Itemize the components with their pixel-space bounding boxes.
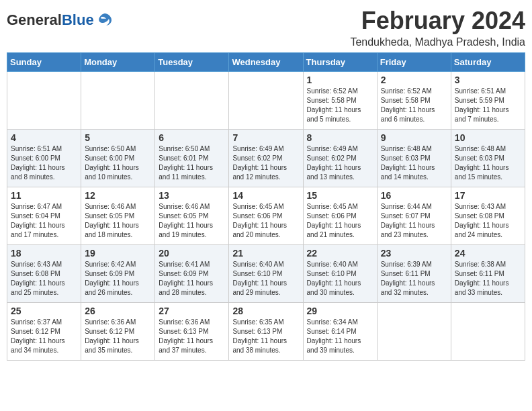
logo-general-text: General [7, 11, 62, 28]
day-number: 21 [232, 248, 299, 259]
day-number: 7 [232, 132, 299, 143]
calendar-cell [155, 72, 229, 130]
day-number: 8 [307, 132, 373, 143]
calendar-cell: 2Sunrise: 6:52 AM Sunset: 5:58 PM Daylig… [377, 72, 451, 130]
calendar-cell [451, 303, 525, 361]
day-info: Sunrise: 6:44 AM Sunset: 6:07 PM Dayligh… [381, 202, 447, 240]
day-info: Sunrise: 6:52 AM Sunset: 5:58 PM Dayligh… [381, 87, 447, 124]
logo-bird-icon [95, 11, 114, 30]
calendar-cell: 28Sunrise: 6:35 AM Sunset: 6:13 PM Dayli… [229, 303, 303, 361]
calendar-cell: 24Sunrise: 6:38 AM Sunset: 6:11 PM Dayli… [451, 245, 525, 303]
calendar-cell: 21Sunrise: 6:40 AM Sunset: 6:10 PM Dayli… [229, 245, 303, 303]
calendar-cell: 14Sunrise: 6:45 AM Sunset: 6:06 PM Dayli… [229, 187, 303, 245]
weekday-header: Tuesday [155, 53, 229, 72]
day-info: Sunrise: 6:52 AM Sunset: 5:58 PM Dayligh… [307, 87, 373, 124]
day-info: Sunrise: 6:45 AM Sunset: 6:06 PM Dayligh… [232, 202, 299, 240]
day-number: 4 [11, 132, 77, 143]
weekday-header: Saturday [451, 53, 525, 72]
day-info: Sunrise: 6:39 AM Sunset: 6:11 PM Dayligh… [381, 260, 447, 298]
day-info: Sunrise: 6:51 AM Sunset: 6:00 PM Dayligh… [11, 144, 77, 182]
day-info: Sunrise: 6:45 AM Sunset: 6:06 PM Dayligh… [307, 202, 373, 240]
calendar-cell: 29Sunrise: 6:34 AM Sunset: 6:14 PM Dayli… [303, 303, 377, 361]
calendar-cell: 23Sunrise: 6:39 AM Sunset: 6:11 PM Dayli… [377, 245, 451, 303]
day-number: 9 [381, 132, 447, 143]
day-number: 11 [11, 190, 77, 201]
day-number: 15 [307, 190, 373, 201]
calendar-cell [377, 303, 451, 361]
calendar-cell: 26Sunrise: 6:36 AM Sunset: 6:12 PM Dayli… [81, 303, 155, 361]
day-number: 28 [232, 306, 299, 316]
calendar-week-row: 18Sunrise: 6:43 AM Sunset: 6:08 PM Dayli… [7, 245, 525, 303]
calendar-week-row: 1Sunrise: 6:52 AM Sunset: 5:58 PM Daylig… [7, 72, 525, 130]
calendar-week-row: 4Sunrise: 6:51 AM Sunset: 6:00 PM Daylig… [7, 130, 525, 187]
weekday-header-row: SundayMondayTuesdayWednesdayThursdayFrid… [7, 53, 525, 72]
day-info: Sunrise: 6:42 AM Sunset: 6:09 PM Dayligh… [85, 260, 151, 298]
day-number: 10 [455, 132, 521, 143]
day-info: Sunrise: 6:43 AM Sunset: 6:08 PM Dayligh… [455, 202, 521, 240]
page-title: February 2024 [350, 7, 525, 35]
day-info: Sunrise: 6:36 AM Sunset: 6:13 PM Dayligh… [159, 318, 225, 355]
day-info: Sunrise: 6:40 AM Sunset: 6:10 PM Dayligh… [307, 260, 373, 298]
calendar-cell [7, 72, 81, 130]
calendar-cell: 22Sunrise: 6:40 AM Sunset: 6:10 PM Dayli… [303, 245, 377, 303]
day-number: 3 [455, 75, 521, 85]
logo-blue-text: Blue [62, 11, 94, 28]
calendar-cell: 11Sunrise: 6:47 AM Sunset: 6:04 PM Dayli… [7, 187, 81, 245]
weekday-header: Friday [377, 53, 451, 72]
day-info: Sunrise: 6:46 AM Sunset: 6:05 PM Dayligh… [85, 202, 151, 240]
calendar-cell: 10Sunrise: 6:48 AM Sunset: 6:03 PM Dayli… [451, 130, 525, 187]
weekday-header: Monday [81, 53, 155, 72]
calendar-cell: 16Sunrise: 6:44 AM Sunset: 6:07 PM Dayli… [377, 187, 451, 245]
calendar-cell: 18Sunrise: 6:43 AM Sunset: 6:08 PM Dayli… [7, 245, 81, 303]
day-info: Sunrise: 6:51 AM Sunset: 5:59 PM Dayligh… [455, 87, 521, 124]
day-number: 18 [11, 248, 77, 259]
calendar-cell: 6Sunrise: 6:50 AM Sunset: 6:01 PM Daylig… [155, 130, 229, 187]
day-info: Sunrise: 6:36 AM Sunset: 6:12 PM Dayligh… [85, 318, 151, 355]
day-number: 12 [85, 190, 151, 201]
day-info: Sunrise: 6:48 AM Sunset: 6:03 PM Dayligh… [381, 144, 447, 182]
title-area: February 2024 Tendukheda, Madhya Pradesh… [350, 7, 525, 48]
day-info: Sunrise: 6:49 AM Sunset: 6:02 PM Dayligh… [307, 144, 373, 182]
day-info: Sunrise: 6:37 AM Sunset: 6:12 PM Dayligh… [11, 318, 77, 355]
day-number: 26 [85, 306, 151, 316]
day-info: Sunrise: 6:40 AM Sunset: 6:10 PM Dayligh… [232, 260, 299, 298]
day-info: Sunrise: 6:43 AM Sunset: 6:08 PM Dayligh… [11, 260, 77, 298]
calendar-cell: 4Sunrise: 6:51 AM Sunset: 6:00 PM Daylig… [7, 130, 81, 187]
day-number: 5 [85, 132, 151, 143]
page-subtitle: Tendukheda, Madhya Pradesh, India [350, 36, 525, 48]
day-info: Sunrise: 6:38 AM Sunset: 6:11 PM Dayligh… [455, 260, 521, 298]
calendar-cell: 1Sunrise: 6:52 AM Sunset: 5:58 PM Daylig… [303, 72, 377, 130]
calendar-week-row: 11Sunrise: 6:47 AM Sunset: 6:04 PM Dayli… [7, 187, 525, 245]
day-number: 22 [307, 248, 373, 259]
calendar-cell [81, 72, 155, 130]
day-number: 25 [11, 306, 77, 316]
day-number: 2 [381, 75, 447, 85]
calendar-cell: 15Sunrise: 6:45 AM Sunset: 6:06 PM Dayli… [303, 187, 377, 245]
day-number: 1 [307, 75, 373, 85]
calendar-cell: 13Sunrise: 6:46 AM Sunset: 6:05 PM Dayli… [155, 187, 229, 245]
day-info: Sunrise: 6:47 AM Sunset: 6:04 PM Dayligh… [11, 202, 77, 240]
calendar-cell: 19Sunrise: 6:42 AM Sunset: 6:09 PM Dayli… [81, 245, 155, 303]
calendar-cell: 7Sunrise: 6:49 AM Sunset: 6:02 PM Daylig… [229, 130, 303, 187]
calendar-cell: 17Sunrise: 6:43 AM Sunset: 6:08 PM Dayli… [451, 187, 525, 245]
day-info: Sunrise: 6:46 AM Sunset: 6:05 PM Dayligh… [159, 202, 225, 240]
calendar-cell: 25Sunrise: 6:37 AM Sunset: 6:12 PM Dayli… [7, 303, 81, 361]
day-number: 13 [159, 190, 225, 201]
day-number: 17 [455, 190, 521, 201]
day-info: Sunrise: 6:49 AM Sunset: 6:02 PM Dayligh… [232, 144, 299, 182]
day-number: 23 [381, 248, 447, 259]
calendar-cell: 9Sunrise: 6:48 AM Sunset: 6:03 PM Daylig… [377, 130, 451, 187]
day-info: Sunrise: 6:50 AM Sunset: 6:01 PM Dayligh… [159, 144, 225, 182]
logo: GeneralBlue [7, 7, 114, 34]
day-number: 19 [85, 248, 151, 259]
day-info: Sunrise: 6:41 AM Sunset: 6:09 PM Dayligh… [159, 260, 225, 298]
day-info: Sunrise: 6:48 AM Sunset: 6:03 PM Dayligh… [455, 144, 521, 182]
calendar-cell: 3Sunrise: 6:51 AM Sunset: 5:59 PM Daylig… [451, 72, 525, 130]
day-info: Sunrise: 6:34 AM Sunset: 6:14 PM Dayligh… [307, 318, 373, 355]
calendar-cell [229, 72, 303, 130]
calendar-table: SundayMondayTuesdayWednesdayThursdayFrid… [7, 52, 525, 361]
calendar-cell: 5Sunrise: 6:50 AM Sunset: 6:00 PM Daylig… [81, 130, 155, 187]
weekday-header: Thursday [303, 53, 377, 72]
calendar-cell: 8Sunrise: 6:49 AM Sunset: 6:02 PM Daylig… [303, 130, 377, 187]
day-number: 20 [159, 248, 225, 259]
